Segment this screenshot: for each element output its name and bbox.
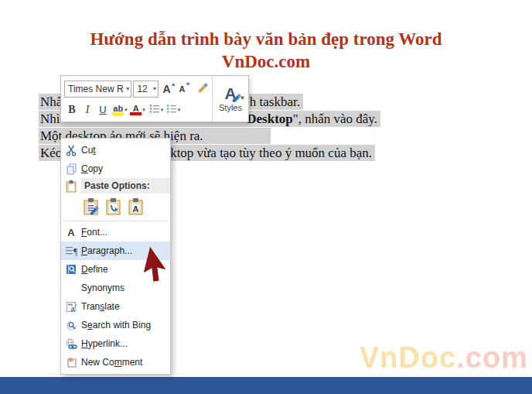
italic-icon: I	[86, 104, 90, 116]
doc-line-4-left: Kéo	[40, 145, 62, 161]
styles-label: Styles	[219, 103, 242, 112]
grow-font-button[interactable]: A▲	[162, 80, 177, 98]
menu-item-copy[interactable]: Copy	[61, 159, 170, 178]
menu-item-label: New Comment	[81, 357, 142, 368]
paste-options-header: Paste Options:	[61, 178, 170, 194]
watermark-part1: VnDoc	[360, 341, 456, 374]
paste-options-buttons: A	[61, 194, 170, 219]
menu-item-label: Translate	[81, 301, 120, 312]
font-name-value: Times New Roi	[68, 84, 124, 94]
document-title: Hướng dẫn trình bày văn bản đẹp trong Wo…	[0, 28, 532, 73]
paste-keep-text-only-icon[interactable]: A	[127, 197, 145, 217]
chevron-down-icon[interactable]: ▾	[241, 91, 244, 106]
doc-line-4-right: sktop vừa tạo tùy theo ý muốn của bạn.	[165, 145, 372, 161]
chevron-down-icon[interactable]: ▾	[126, 85, 129, 92]
title-line2: VnDoc.com	[0, 50, 532, 73]
doc-line-2-right: Desktop", nhấn vào đây.	[247, 111, 377, 127]
menu-item-new-comment[interactable]: ✱ New Comment	[61, 353, 170, 372]
title-line1: Hướng dẫn trình bày văn bản đẹp trong Wo…	[0, 28, 532, 50]
menu-item-font[interactable]: A Font...	[61, 223, 170, 242]
mini-toolbar-main: Times New Roi ▾ 12 ▾ A▲ A▼	[61, 76, 212, 122]
chevron-down-icon[interactable]: ▾	[161, 107, 164, 113]
bottom-blue-bar	[0, 377, 532, 394]
font-size-value: 12	[137, 84, 151, 94]
paste-merge-formatting-icon[interactable]	[104, 197, 123, 217]
bullets-button[interactable]: ▾	[148, 101, 164, 119]
format-painter-button[interactable]	[195, 80, 210, 98]
bold-button[interactable]: B	[64, 101, 80, 119]
bullets-icon	[149, 103, 160, 117]
menu-item-cut[interactable]: Cut	[61, 141, 170, 159]
paragraph-icon: ¶	[61, 246, 81, 256]
underline-button[interactable]: U	[95, 101, 111, 119]
format-painter-icon	[196, 81, 209, 97]
numbering-icon	[166, 103, 177, 117]
grow-font-icon: A	[162, 83, 170, 95]
menu-item-label: Synonyms	[81, 283, 124, 293]
doc-line-2-left: Nhì	[40, 111, 60, 127]
translate-icon: a	[61, 301, 81, 313]
underline-icon: U	[99, 104, 106, 115]
chevron-down-icon[interactable]: ▾	[178, 107, 181, 113]
page: Hướng dẫn trình bày văn bản đẹp trong Wo…	[0, 0, 532, 394]
shrink-font-button[interactable]: A▼	[177, 80, 193, 98]
scissors-icon	[61, 145, 81, 156]
bold-icon: B	[68, 104, 75, 116]
mini-toolbar-row-2: B I U ab ▾ A ▾	[64, 99, 210, 120]
menu-item-label: Search with Bing	[81, 320, 151, 331]
font-color-button[interactable]: A ▾	[130, 101, 145, 119]
styles-button[interactable]: A ▾ Styles	[212, 76, 248, 122]
doc-line-1-right: h taskbar.	[250, 94, 300, 110]
styles-icon: A ▾	[224, 86, 236, 101]
define-icon	[61, 264, 81, 275]
clipboard-icon	[61, 180, 81, 193]
font-size-combobox[interactable]: 12 ▾	[133, 81, 159, 98]
svg-text:A: A	[133, 204, 139, 214]
font-name-combobox[interactable]: Times New Roi ▾	[64, 81, 131, 98]
mini-toolbar: Times New Roi ▾ 12 ▾ A▲ A▼	[60, 75, 249, 122]
menu-separator	[63, 221, 169, 221]
chevron-down-icon[interactable]: ▾	[124, 107, 128, 113]
text-highlight-color-button[interactable]: ab ▾	[112, 101, 128, 119]
blue-up-triangle-icon: ▲	[171, 81, 176, 87]
doc-line-1-left: Nhấ	[40, 94, 62, 110]
numbering-button[interactable]: ▾	[165, 101, 181, 119]
font-color-icon: A	[130, 104, 142, 115]
chevron-down-icon[interactable]: ▾	[153, 85, 156, 92]
menu-item-label: Copy	[81, 163, 103, 174]
italic-button[interactable]: I	[80, 101, 95, 119]
menu-item-label: Paragraph...	[81, 245, 132, 256]
blue-down-triangle-icon: ▼	[186, 81, 191, 87]
search-icon	[61, 320, 81, 331]
paste-options-label: Paste Options:	[81, 178, 170, 194]
menu-item-hyperlink[interactable]: Hyperlink...	[61, 334, 170, 353]
svg-text:✱: ✱	[68, 357, 74, 364]
watermark-part2: .com	[456, 341, 528, 374]
menu-item-label: Hyperlink...	[81, 338, 128, 349]
hyperlink-icon	[61, 338, 81, 350]
menu-item-search-with-bing[interactable]: Search with Bing	[61, 316, 170, 334]
menu-item-label: Cut	[81, 145, 96, 156]
font-icon: A	[61, 227, 81, 238]
copy-icon	[61, 163, 81, 175]
shrink-font-icon: A	[179, 84, 186, 94]
svg-text:¶: ¶	[73, 246, 77, 256]
chevron-down-icon[interactable]: ▾	[142, 107, 145, 113]
menu-item-translate[interactable]: a Translate	[61, 297, 170, 316]
new-comment-icon: ✱	[61, 357, 81, 368]
mini-toolbar-row-1: Times New Roi ▾ 12 ▾ A▲ A▼	[64, 78, 210, 99]
menu-item-label: Define	[81, 264, 108, 275]
vndoc-watermark: VnDoc.com	[360, 341, 528, 375]
paste-keep-source-formatting-icon[interactable]	[82, 197, 101, 217]
highlight-color-icon: ab	[112, 104, 124, 115]
menu-item-label: Font...	[81, 227, 107, 238]
